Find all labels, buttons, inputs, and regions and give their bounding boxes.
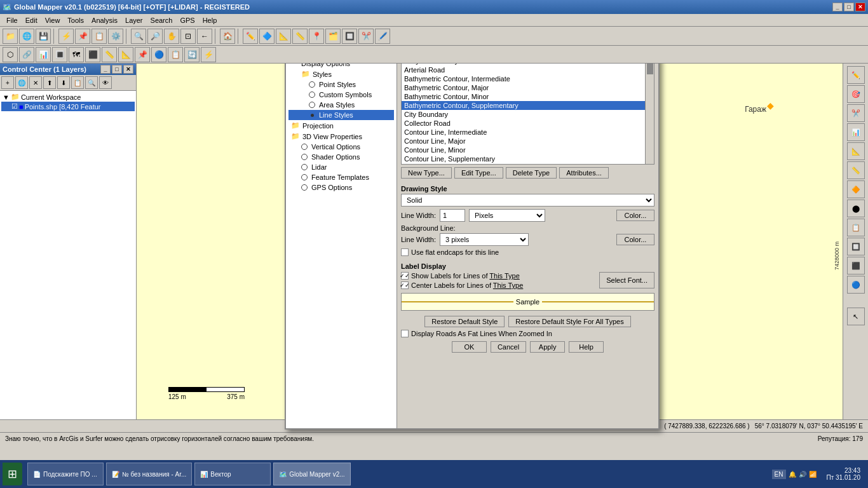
cancel-button[interactable]: Cancel <box>491 341 526 353</box>
menu-search[interactable]: Search <box>147 15 177 25</box>
nav-styles[interactable]: 📁 Styles <box>288 69 394 79</box>
delete-type-button[interactable]: Delete Type <box>506 167 557 179</box>
right-btn2[interactable]: 🎯 <box>847 85 865 103</box>
panel-btn3[interactable]: ✕ <box>29 76 42 89</box>
close-button[interactable]: ✕ <box>855 3 865 11</box>
taskbar-app3[interactable]: 📊 Вектор <box>194 463 271 485</box>
line-width-unit-select[interactable]: Pixels Points Meters <box>469 209 545 222</box>
right-btn12[interactable]: 🔵 <box>847 276 865 294</box>
display-roads-checkbox[interactable] <box>401 330 409 337</box>
taskbar-app2[interactable]: 📝 № без названия - Ar... <box>106 463 192 485</box>
line-types-list[interactable]: Aiport Runway Alley or Driveway Arterial… <box>401 47 654 165</box>
menu-view[interactable]: View <box>41 15 64 25</box>
menu-gps[interactable]: GPS <box>176 15 198 25</box>
right-btn6[interactable]: 📏 <box>847 161 865 179</box>
right-btn10[interactable]: 🔲 <box>847 238 865 255</box>
right-btn3[interactable]: ✂️ <box>847 104 865 122</box>
drawing-style-select[interactable]: Solid Dashed Dotted Dash-Dot <box>401 194 654 207</box>
right-btn7[interactable]: 🔶 <box>847 180 865 198</box>
toolbar-zoom-out[interactable]: 🔎 <box>147 29 163 44</box>
nav-line-styles[interactable]: Line Styles <box>288 110 394 120</box>
taskbar-app4[interactable]: 🗺️ Global Mapper v2... <box>273 463 350 485</box>
toolbar2-b13[interactable]: ⚡ <box>201 47 216 62</box>
toolbar-t1[interactable]: 🏠 <box>220 29 235 44</box>
toolbar-zoom-fit[interactable]: ⊡ <box>180 29 196 44</box>
taskbar-clock[interactable]: 23:43 Пт 31.01.20 <box>822 467 865 481</box>
toolbar2-b10[interactable]: 🔵 <box>151 47 166 62</box>
panel-minimize[interactable]: _ <box>100 65 111 74</box>
bg-color-button[interactable]: Color... <box>616 234 654 245</box>
lang-indicator[interactable]: EN <box>772 470 786 479</box>
toolbar-zoom-in[interactable]: 🔍 <box>131 29 146 44</box>
line-type-bathy-supplementary[interactable]: Bathymetric Contour, Supplementary <box>402 101 654 110</box>
nav-3d-view[interactable]: 📁 3D View Properties <box>288 131 394 142</box>
bg-line-width-select[interactable]: 3 pixels 1 pixel 2 pixels 4 pixels 5 pix… <box>440 233 529 246</box>
toolbar-b4[interactable]: ⚙️ <box>108 29 123 44</box>
minimize-button[interactable]: _ <box>832 3 843 11</box>
toolbar2-b5[interactable]: 🗺 <box>69 47 84 62</box>
ok-button[interactable]: OK <box>452 341 487 353</box>
toolbar2-b12[interactable]: 🔄 <box>184 47 200 62</box>
toolbar2-b4[interactable]: 🔳 <box>52 47 67 62</box>
toolbar-pan[interactable]: ✋ <box>164 29 179 44</box>
flat-endcaps-checkbox[interactable] <box>401 248 409 256</box>
nav-shader-options[interactable]: Shader Options <box>288 152 394 162</box>
line-type-contour-minor[interactable]: Contour Line, Minor <box>402 146 654 154</box>
panel-btn5[interactable]: ⬇ <box>57 76 70 89</box>
right-btn8[interactable]: ⬤ <box>847 200 865 217</box>
panel-btn8[interactable]: 👁 <box>99 76 112 89</box>
toolbar-b3[interactable]: 📋 <box>92 29 107 44</box>
toolbar-t3[interactable]: 🔷 <box>259 29 275 44</box>
toolbar-t2[interactable]: ✏️ <box>243 29 258 44</box>
toolbar-new[interactable]: 📁 <box>3 29 18 44</box>
new-type-button[interactable]: New Type... <box>401 167 452 179</box>
line-type-contour-major[interactable]: Contour Line, Major <box>402 137 654 146</box>
panel-btn1[interactable]: + <box>1 76 14 89</box>
toolbar-t7[interactable]: 🗂️ <box>325 29 341 44</box>
right-btn5[interactable]: 📐 <box>847 142 865 160</box>
toolbar2-b6[interactable]: ⬛ <box>85 47 100 62</box>
toolbar-t5[interactable]: 📏 <box>292 29 308 44</box>
menu-analysis[interactable]: Analysis <box>88 15 121 25</box>
toolbar-t9[interactable]: ✂️ <box>358 29 374 44</box>
toolbar2-b11[interactable]: 📋 <box>168 47 183 62</box>
toolbar2-b2[interactable]: 🔗 <box>19 47 34 62</box>
line-type-contour-intermediate[interactable]: Contour Line, Intermediate <box>402 128 654 137</box>
menu-edit[interactable]: Edit <box>22 15 41 25</box>
panel-maximize[interactable]: □ <box>112 65 122 74</box>
line-type-contour-supplementary[interactable]: Contour Line, Supplementary <box>402 154 654 163</box>
toolbar2-b9[interactable]: 📌 <box>135 47 150 62</box>
menu-file[interactable]: File <box>3 15 22 25</box>
toolbar-t8[interactable]: 🔲 <box>342 29 357 44</box>
nav-custom-symbols[interactable]: Custom Symbols <box>288 90 394 100</box>
panel-btn2[interactable]: 🌐 <box>15 76 28 89</box>
toolbar-b2[interactable]: 📌 <box>75 29 90 44</box>
toolbar-t10[interactable]: 🖊️ <box>375 29 390 44</box>
attributes-button[interactable]: Attributes... <box>559 167 609 179</box>
line-type-arterial[interactable]: Arterial Road <box>402 65 654 74</box>
edit-type-button[interactable]: Edit Type... <box>454 167 503 179</box>
menu-layer[interactable]: Layer <box>121 15 147 25</box>
nav-projection[interactable]: 📁 Projection <box>288 120 394 131</box>
nav-area-styles[interactable]: Area Styles <box>288 100 394 110</box>
nav-gps-options[interactable]: GPS Options <box>288 182 394 193</box>
line-width-input[interactable] <box>440 209 465 222</box>
taskbar-app1[interactable]: 📄 Подскажите ПО ... <box>27 463 104 485</box>
line-type-bathy-major[interactable]: Bathymetric Contour, Major <box>402 83 654 92</box>
toolbar-b1[interactable]: ⚡ <box>58 29 74 44</box>
panel-btn6[interactable]: 📋 <box>71 76 84 89</box>
panel-btn4[interactable]: ⬆ <box>43 76 56 89</box>
nav-feature-templates[interactable]: Feature Templates <box>288 172 394 182</box>
line-type-bathy-intermediate[interactable]: Bathymetric Contour, Intermediate <box>402 74 654 83</box>
right-btn4[interactable]: 📊 <box>847 123 865 141</box>
panel-close[interactable]: ✕ <box>123 65 133 74</box>
toolbar-open[interactable]: 🌐 <box>19 29 34 44</box>
scrollbar[interactable] <box>645 48 654 164</box>
line-type-bathy-minor[interactable]: Bathymetric Contour, Minor <box>402 92 654 101</box>
select-font-button[interactable]: Select Font... <box>599 272 654 288</box>
toolbar-t4[interactable]: 📐 <box>276 29 291 44</box>
tree-layer[interactable]: ☑ ■ Points.shp [8,420 Featur <box>1 102 135 111</box>
toolbar-save[interactable]: 💾 <box>36 29 51 44</box>
right-btn1[interactable]: ✏️ <box>847 66 865 84</box>
toolbar2-b3[interactable]: 📊 <box>36 47 51 62</box>
